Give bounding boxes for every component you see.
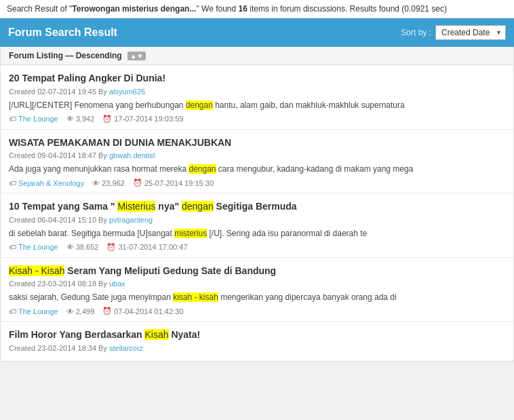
title-highlight-misterius: Misterius: [117, 201, 155, 212]
tag-icon-3: 🏷: [9, 243, 16, 251]
result-snippet-3: di sebelah barat. Segitiga bermuda [U]sa…: [9, 227, 505, 240]
last-post-date-4: 07-04-2014 01:42:30: [114, 307, 183, 316]
result-meta-1: Created 02-07-2014 19:45 By alsyum626: [9, 88, 505, 96]
views-count-3: 38,652: [76, 243, 99, 251]
result-footer-2: 🏷 Sejarah & Xenology 👁 23,962 ⏰ 25-07-20…: [9, 178, 505, 187]
result-item-2: WISATA PEMAKAMAN DI DUNIA MENAKJUBKAN Cr…: [1, 130, 513, 194]
tag-icon-1: 🏷: [9, 115, 16, 123]
result-footer-3: 🏷 The Lounge 👁 38,652 ⏰ 31-07-2014 17:00…: [9, 243, 505, 252]
search-query: Terowongan misterius dengan...: [72, 4, 196, 14]
result-meta-4: Created 23-03-2014 08:18 By ubax: [9, 280, 505, 288]
footer-date-1: ⏰ 17-07-2014 19:03:59: [102, 115, 183, 123]
result-item-4: Kisah - Kisah Seram Yang Meliputi Gedung…: [1, 258, 513, 322]
result-item-3: 10 Tempat yang Sama " Misterius nya" den…: [1, 193, 513, 258]
search-info-text: Search Result of "Terowongan misterius d…: [7, 4, 447, 14]
clock-icon-4: ⏰: [102, 307, 112, 316]
title-highlight-kisah: Kisah - Kisah: [9, 265, 64, 276]
footer-tag-4: 🏷 The Lounge: [9, 307, 58, 316]
tag-link-3[interactable]: The Lounge: [18, 243, 58, 251]
last-post-date-1: 17-07-2014 19:03:59: [114, 115, 183, 123]
result-author-2[interactable]: gbwah.dentist: [109, 151, 155, 159]
tag-link-2[interactable]: Sejarah & Xenology: [18, 179, 84, 187]
result-title-link-3[interactable]: 10 Tempat yang Sama " Misterius nya" den…: [9, 201, 297, 212]
forum-search-header: Forum Search Result Sort by : Created Da…: [0, 18, 514, 47]
result-title-4: Kisah - Kisah Seram Yang Meliputi Gedung…: [9, 265, 505, 278]
result-author-3[interactable]: pvtraganteng: [109, 216, 153, 224]
result-footer-1: 🏷 The Lounge 👁 3,942 ⏰ 17-07-2014 19:03:…: [9, 115, 505, 123]
result-item-1: 20 Tempat Paling Angker Di Dunia! Create…: [1, 65, 513, 130]
result-footer-4: 🏷 The Lounge 👁 2,499 ⏰ 07-04-2014 01:42:…: [9, 307, 505, 316]
sort-dropdown-wrapper[interactable]: Created Date Relevance Views: [435, 25, 506, 40]
result-meta-3: Created 06-04-2014 15:10 By pvtraganteng: [9, 216, 505, 224]
footer-views-2: 👁 23,962: [92, 179, 125, 187]
footer-date-4: ⏰ 07-04-2014 01:42:30: [102, 307, 183, 316]
result-author-1[interactable]: alsyum626: [109, 88, 145, 96]
footer-views-4: 👁 2,499: [66, 307, 95, 316]
title-highlight-dengan: dengan: [182, 201, 214, 212]
clock-icon-1: ⏰: [102, 115, 112, 123]
result-author-4[interactable]: ubax: [109, 280, 125, 288]
page-title: Forum Search Result: [8, 26, 117, 39]
result-snippet-1: [/URL][/CENTER] Fenomena yang berhubunga…: [9, 99, 505, 111]
views-icon-3: 👁: [66, 243, 74, 251]
clock-icon-3: ⏰: [106, 243, 116, 252]
result-title-link-1[interactable]: 20 Tempat Paling Angker Di Dunia!: [9, 73, 165, 83]
footer-tag-2: 🏷 Sejarah & Xenology: [9, 179, 84, 187]
result-title-link-2[interactable]: WISATA PEMAKAMAN DI DUNIA MENAKJUBKAN: [9, 137, 231, 148]
result-title-link-4[interactable]: Kisah - Kisah Seram Yang Meliputi Gedung…: [9, 265, 276, 276]
listing-label: Forum Listing — Descending: [9, 51, 122, 60]
result-title-3: 10 Tempat yang Sama " Misterius nya" den…: [9, 200, 505, 214]
tag-icon-4: 🏷: [9, 307, 16, 316]
highlight-1: dengan: [186, 100, 213, 110]
result-meta-2: Created 09-04-2014 18:47 By gbwah.dentis…: [9, 151, 505, 159]
forum-listing-bar: Forum Listing — Descending ▲▼: [0, 47, 514, 65]
footer-date-3: ⏰ 31-07-2014 17:00:47: [106, 243, 187, 252]
result-title-2: WISATA PEMAKAMAN DI DUNIA MENAKJUBKAN: [9, 136, 505, 150]
result-title-5: Film Horor Yang Berdasarkan Kisah Nyata!: [9, 328, 505, 342]
last-post-date-3: 31-07-2014 17:00:47: [118, 243, 187, 251]
result-title-link-5[interactable]: Film Horor Yang Berdasarkan Kisah Nyata!: [9, 329, 200, 340]
listing-sort-icon[interactable]: ▲▼: [127, 52, 146, 60]
tag-link-1[interactable]: The Lounge: [18, 115, 58, 123]
sort-dropdown[interactable]: Created Date Relevance Views: [435, 25, 506, 40]
result-author-5[interactable]: stellarcorz: [109, 344, 143, 352]
clock-icon-2: ⏰: [133, 178, 142, 187]
result-meta-5: Created 23-02-2014 18:34 By stellarcorz: [9, 344, 505, 352]
footer-tag-3: 🏷 The Lounge: [9, 243, 58, 251]
results-container: 20 Tempat Paling Angker Di Dunia! Create…: [0, 65, 514, 362]
views-count-2: 23,962: [102, 179, 125, 187]
views-icon-4: 👁: [66, 307, 74, 316]
result-title-1: 20 Tempat Paling Angker Di Dunia!: [9, 72, 505, 85]
sort-by-label: Sort by :: [401, 28, 431, 37]
title-highlight-kisah5: Kisah: [144, 329, 168, 340]
highlight-2: dengan: [189, 164, 216, 174]
sort-by-area: Sort by : Created Date Relevance Views: [401, 25, 506, 40]
result-snippet-4: saksi sejarah, Gedung Sate juga menyimpa…: [9, 291, 505, 303]
result-item-5: Film Horor Yang Berdasarkan Kisah Nyata!…: [1, 322, 513, 361]
highlight-4: kisah - kisah: [173, 292, 218, 302]
footer-date-2: ⏰ 25-07-2014 19:15:30: [133, 178, 214, 187]
highlight-3: misterius: [174, 229, 207, 238]
tag-link-4[interactable]: The Lounge: [18, 307, 58, 316]
footer-views-1: 👁 3,942: [66, 115, 95, 123]
footer-tag-1: 🏷 The Lounge: [9, 115, 58, 123]
footer-views-3: 👁 38,652: [66, 243, 99, 251]
views-icon-2: 👁: [92, 179, 100, 187]
tag-icon-2: 🏷: [9, 179, 16, 187]
search-count: 16: [239, 4, 248, 14]
search-info-bar: Search Result of "Terowongan misterius d…: [0, 0, 514, 18]
result-snippet-2: Ada juga yang menunjukkan rasa hormat me…: [9, 163, 505, 175]
views-count-1: 3,942: [76, 115, 95, 123]
views-icon-1: 👁: [66, 115, 74, 123]
last-post-date-2: 25-07-2014 19:15:30: [144, 179, 214, 187]
views-count-4: 2,499: [76, 307, 95, 316]
